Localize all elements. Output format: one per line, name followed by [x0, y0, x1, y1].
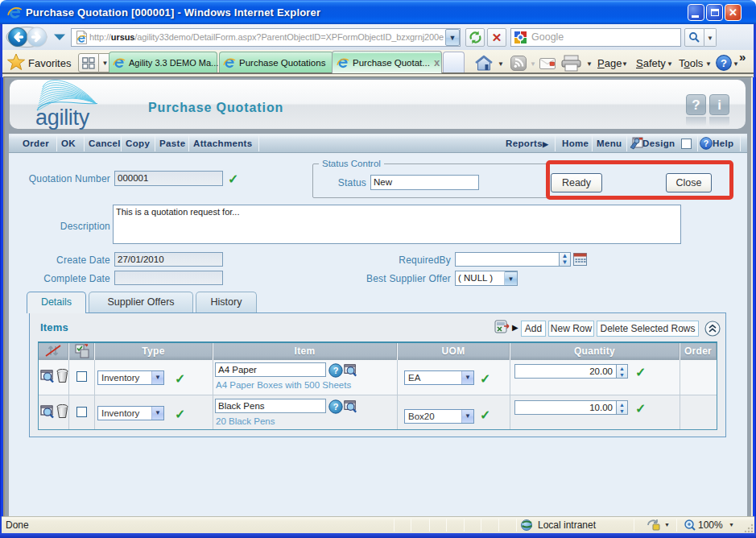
svg-text:?: ? [333, 402, 339, 412]
svg-text:?: ? [704, 139, 708, 148]
svg-text:?: ? [333, 366, 339, 375]
